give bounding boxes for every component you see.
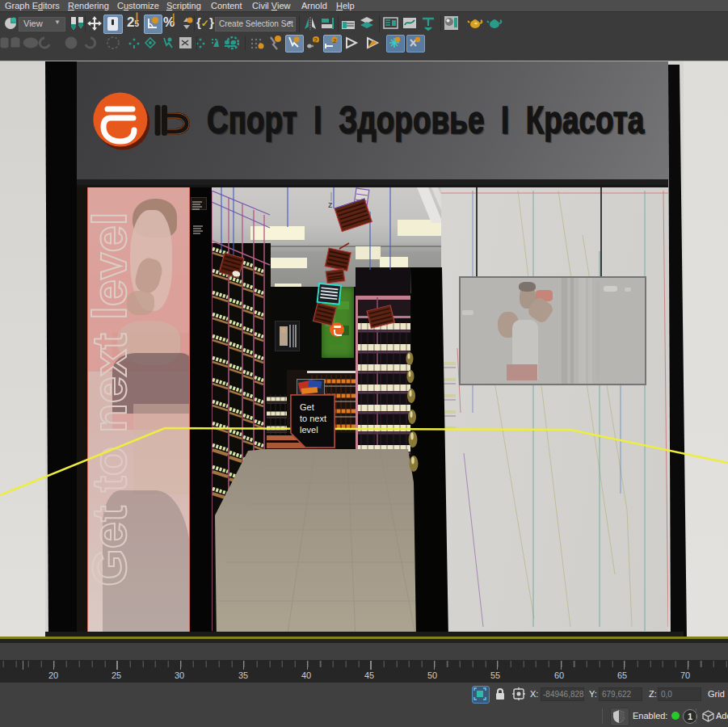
svg-text:2: 2 (314, 36, 318, 44)
svg-text:level: level (300, 425, 318, 435)
svg-text:Get: Get (300, 402, 314, 412)
svg-text:2: 2 (333, 37, 337, 44)
svg-text:to next: to next (300, 414, 326, 423)
svg-text:z: z (328, 200, 333, 209)
